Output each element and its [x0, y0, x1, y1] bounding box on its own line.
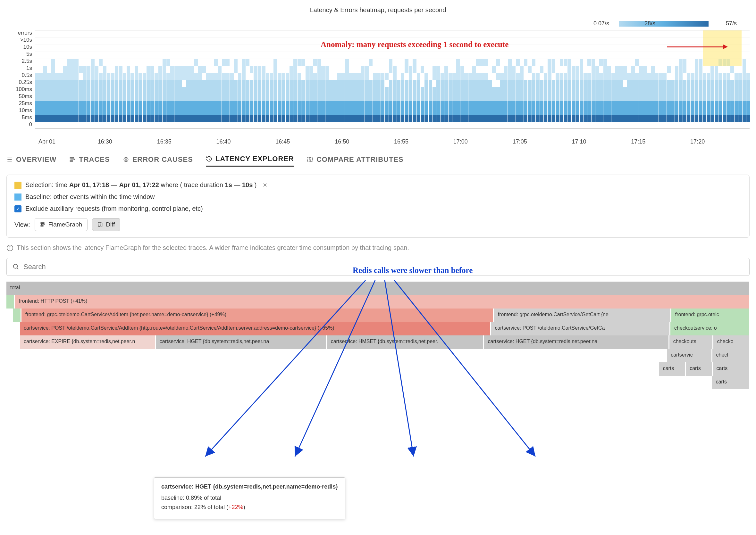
diff-view-button[interactable]: Diff	[92, 218, 120, 231]
fg-span-grpc-additem[interactable]: frontend: grpc.oteldemo.CartService/AddI…	[21, 308, 494, 322]
fg-span-checko[interactable]: checko	[713, 335, 750, 349]
fg-span[interactable]: carts	[686, 362, 712, 376]
fg-span[interactable]: carts	[712, 376, 750, 389]
legend-high: 57/s	[726, 20, 737, 27]
tab-latency-explorer[interactable]: LATENCY EXPLORER	[206, 155, 294, 167]
svg-line-23	[17, 268, 18, 269]
fg-span[interactable]	[6, 295, 15, 308]
clear-selection-button[interactable]: ✕	[262, 182, 267, 189]
fg-span[interactable]	[13, 308, 21, 322]
fg-span[interactable]: checl	[712, 349, 750, 362]
fg-span-checkout[interactable]: checkoutservice: o	[670, 322, 750, 335]
fg-span-cartservice-additem[interactable]: cartservice: POST /oteldemo.CartService/…	[20, 322, 490, 335]
info-icon	[6, 244, 14, 251]
baseline-row: Baseline: other events within the time w…	[15, 193, 741, 201]
svg-rect-13	[99, 223, 100, 227]
exclude-aux-label: Exclude auxiliary requests (from monitor…	[25, 205, 203, 212]
view-row: View: FlameGraph Diff	[15, 218, 741, 231]
info-text: This section shows the latency FlameGrap…	[6, 244, 750, 251]
heatmap-grid[interactable]: Anomaly: many requests exceeding 1 secon…	[35, 30, 750, 129]
anomaly-annotation: Anomaly: many requests exceeding 1 secon…	[320, 40, 508, 49]
tab-compare-attributes[interactable]: COMPARE ATTRIBUTES	[307, 155, 404, 167]
svg-point-22	[14, 264, 17, 268]
selection-panel: Selection: time Apr 01, 17:18 — Apr 01, …	[6, 175, 750, 238]
selection-swatch	[15, 182, 21, 189]
svg-rect-4	[71, 159, 75, 160]
fg-span-grpc-getcart[interactable]: frontend: grpc.oteldemo.CartService/GetC…	[494, 308, 671, 322]
svg-rect-14	[101, 223, 102, 227]
x-axis: Apr 01 16:30 16:35 16:40 16:45 16:50 16:…	[39, 138, 750, 145]
list-icon	[6, 156, 13, 163]
svg-rect-9	[310, 157, 313, 161]
flamegraph[interactable]: total frontend: HTTP POST (+41%) fronten…	[6, 282, 750, 389]
selection-text: Selection: time Apr 01, 17:18 — Apr 01, …	[25, 181, 257, 189]
search-icon	[13, 263, 19, 270]
fg-span-redis-hmset[interactable]: cartservice: HMSET {db.system=redis,net.…	[327, 335, 483, 349]
svg-point-6	[124, 157, 128, 161]
latency-heatmap[interactable]: errors >10s 10s 5s 2.5s 1s 0.5s 0.25s 10…	[6, 30, 750, 129]
baseline-text: Baseline: other events within the time w…	[25, 193, 155, 201]
target-icon	[123, 156, 129, 163]
svg-rect-11	[41, 224, 45, 225]
legend-mid: 28/s	[645, 20, 655, 27]
heatmap-legend: 0.07/s 28/s 57/s	[6, 20, 750, 27]
fg-span-checkouts[interactable]: checkouts	[669, 335, 713, 349]
tab-overview[interactable]: OVERVIEW	[6, 155, 56, 167]
flamegraph-view-button[interactable]: FlameGraph	[35, 218, 88, 231]
tab-traces[interactable]: TRACES	[69, 155, 110, 167]
fg-span[interactable]: cartservic	[667, 349, 711, 362]
legend-gradient	[619, 21, 709, 27]
fg-span-frontend-post[interactable]: frontend: HTTP POST (+41%)	[15, 295, 750, 308]
fg-span[interactable]: carts	[713, 362, 750, 376]
svg-rect-10	[41, 223, 44, 223]
svg-rect-12	[41, 226, 43, 226]
svg-point-21	[10, 246, 10, 246]
baseline-swatch	[15, 193, 21, 201]
svg-point-7	[125, 158, 127, 160]
exclude-aux-row: ✓ Exclude auxiliary requests (from monit…	[15, 205, 741, 212]
y-axis: errors >10s 10s 5s 2.5s 1s 0.5s 0.25s 10…	[6, 30, 35, 129]
view-label: View:	[15, 221, 30, 228]
compare-icon	[307, 156, 313, 163]
fg-total[interactable]: total	[6, 282, 750, 295]
exclude-aux-checkbox[interactable]: ✓	[15, 205, 21, 212]
legend-low: 0.07/s	[593, 20, 609, 27]
tab-error-causes[interactable]: ERROR CAUSES	[123, 155, 193, 167]
svg-rect-3	[70, 157, 74, 158]
fg-span-redis-hget2[interactable]: cartservice: HGET {db.system=redis,net.p…	[484, 335, 669, 349]
fg-span-redis-hget[interactable]: cartservice: HGET {db.system=redis,net.p…	[156, 335, 326, 349]
traces-icon	[69, 156, 76, 163]
anomaly-arrow	[667, 46, 725, 47]
chart-title: Latency & Errors heatmap, requests per s…	[6, 6, 750, 14]
fg-span[interactable]: carts	[659, 362, 685, 376]
clock-back-icon	[206, 156, 212, 162]
selection-row: Selection: time Apr 01, 17:18 — Apr 01, …	[15, 181, 741, 189]
svg-rect-5	[70, 160, 73, 161]
fg-span-cartservice-getcart[interactable]: cartservice: POST /oteldemo.CartService/…	[491, 322, 670, 335]
tabs: OVERVIEW TRACES ERROR CAUSES LATENCY EXP…	[6, 155, 750, 167]
fg-span-grpc-otel[interactable]: frontend: grpc.otelc	[671, 308, 750, 322]
redis-annotation: Redis calls were slower than before	[353, 266, 472, 275]
fg-span-redis-expire[interactable]: cartservice: EXPIRE {db.system=redis,net…	[20, 335, 155, 349]
svg-rect-8	[308, 157, 310, 161]
